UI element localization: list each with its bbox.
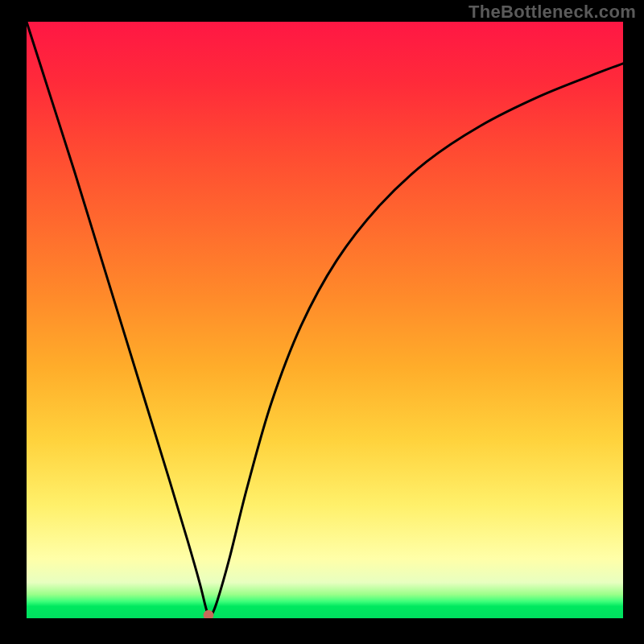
watermark-text: TheBottleneck.com [469,2,636,23]
bottleneck-curve-line [27,22,623,617]
optimum-point-marker [204,610,213,618]
chart-curve-layer [27,22,623,618]
bottleneck-chart [25,20,625,620]
